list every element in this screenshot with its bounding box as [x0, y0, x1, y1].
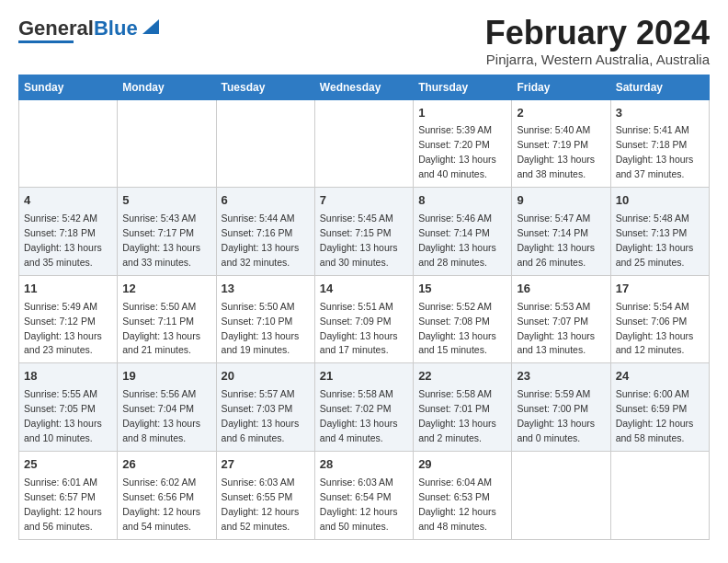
week-row-2: 4Sunrise: 5:42 AM Sunset: 7:18 PM Daylig… — [19, 188, 710, 276]
calendar-cell: 6Sunrise: 5:44 AM Sunset: 7:16 PM Daylig… — [216, 188, 314, 276]
calendar-cell: 14Sunrise: 5:51 AM Sunset: 7:09 PM Dayli… — [314, 275, 413, 363]
day-number: 10 — [616, 192, 704, 210]
day-number: 13 — [222, 281, 310, 298]
calendar-cell: 7Sunrise: 5:45 AM Sunset: 7:15 PM Daylig… — [314, 188, 413, 276]
day-info: Sunrise: 5:54 AM Sunset: 7:06 PM Dayligh… — [616, 301, 694, 356]
day-number: 18 — [24, 368, 112, 385]
calendar-cell: 17Sunrise: 5:54 AM Sunset: 7:06 PM Dayli… — [610, 275, 709, 363]
day-info: Sunrise: 5:42 AM Sunset: 7:18 PM Dayligh… — [24, 213, 102, 268]
day-number: 21 — [320, 368, 408, 385]
weekday-header-tuesday: Tuesday — [216, 75, 314, 99]
day-number: 1 — [418, 105, 506, 122]
day-number: 11 — [24, 281, 112, 298]
weekday-header-thursday: Thursday — [414, 75, 512, 99]
day-info: Sunrise: 5:40 AM Sunset: 7:19 PM Dayligh… — [517, 124, 595, 179]
week-row-3: 11Sunrise: 5:49 AM Sunset: 7:12 PM Dayli… — [19, 275, 710, 363]
day-number: 22 — [418, 368, 506, 385]
calendar-cell: 25Sunrise: 6:01 AM Sunset: 6:57 PM Dayli… — [19, 451, 118, 539]
calendar-cell: 28Sunrise: 6:03 AM Sunset: 6:54 PM Dayli… — [314, 451, 413, 539]
weekday-header-saturday: Saturday — [610, 75, 709, 99]
calendar-cell — [19, 99, 118, 188]
calendar-cell: 15Sunrise: 5:52 AM Sunset: 7:08 PM Dayli… — [414, 275, 512, 363]
calendar-cell: 4Sunrise: 5:42 AM Sunset: 7:18 PM Daylig… — [19, 188, 118, 276]
calendar-cell — [512, 451, 610, 539]
calendar-cell: 21Sunrise: 5:58 AM Sunset: 7:02 PM Dayli… — [314, 363, 413, 452]
calendar-cell: 9Sunrise: 5:47 AM Sunset: 7:14 PM Daylig… — [512, 188, 610, 276]
day-info: Sunrise: 6:03 AM Sunset: 6:54 PM Dayligh… — [320, 477, 398, 532]
day-number: 2 — [517, 105, 605, 122]
calendar-cell: 22Sunrise: 5:58 AM Sunset: 7:01 PM Dayli… — [414, 363, 512, 452]
calendar-cell: 8Sunrise: 5:46 AM Sunset: 7:14 PM Daylig… — [414, 188, 512, 276]
day-info: Sunrise: 6:04 AM Sunset: 6:53 PM Dayligh… — [418, 477, 496, 532]
day-number: 20 — [222, 368, 310, 385]
day-number: 8 — [418, 192, 506, 210]
calendar-title: February 2024 — [485, 15, 710, 52]
weekday-header-row: SundayMondayTuesdayWednesdayThursdayFrid… — [19, 75, 710, 99]
day-info: Sunrise: 6:01 AM Sunset: 6:57 PM Dayligh… — [24, 477, 102, 532]
calendar-cell: 29Sunrise: 6:04 AM Sunset: 6:53 PM Dayli… — [414, 451, 512, 539]
calendar-cell: 18Sunrise: 5:55 AM Sunset: 7:05 PM Dayli… — [19, 363, 118, 452]
day-info: Sunrise: 5:58 AM Sunset: 7:01 PM Dayligh… — [418, 388, 496, 443]
day-number: 23 — [517, 368, 605, 385]
svg-marker-0 — [142, 19, 159, 34]
day-number: 29 — [418, 456, 506, 474]
calendar-cell: 19Sunrise: 5:56 AM Sunset: 7:04 PM Dayli… — [118, 363, 216, 452]
day-info: Sunrise: 5:47 AM Sunset: 7:14 PM Dayligh… — [517, 213, 595, 268]
day-info: Sunrise: 5:45 AM Sunset: 7:15 PM Dayligh… — [320, 213, 398, 268]
logo: GeneralBlue — [18, 18, 161, 43]
weekday-header-wednesday: Wednesday — [314, 75, 413, 99]
calendar-cell — [314, 99, 413, 188]
day-number: 6 — [222, 192, 310, 210]
day-info: Sunrise: 5:48 AM Sunset: 7:13 PM Dayligh… — [616, 213, 694, 268]
day-number: 14 — [320, 281, 408, 298]
page-header: GeneralBlue February 2024 Pinjarra, West… — [18, 15, 710, 67]
logo-underline — [18, 40, 74, 43]
day-info: Sunrise: 5:59 AM Sunset: 7:00 PM Dayligh… — [517, 388, 595, 443]
day-number: 19 — [122, 368, 210, 385]
day-info: Sunrise: 5:41 AM Sunset: 7:18 PM Dayligh… — [616, 124, 694, 179]
calendar-cell: 3Sunrise: 5:41 AM Sunset: 7:18 PM Daylig… — [610, 99, 709, 188]
calendar-cell: 24Sunrise: 6:00 AM Sunset: 6:59 PM Dayli… — [610, 363, 709, 452]
day-info: Sunrise: 5:56 AM Sunset: 7:04 PM Dayligh… — [122, 388, 200, 443]
day-info: Sunrise: 5:44 AM Sunset: 7:16 PM Dayligh… — [222, 213, 300, 268]
calendar-cell: 10Sunrise: 5:48 AM Sunset: 7:13 PM Dayli… — [610, 188, 709, 276]
day-number: 28 — [320, 456, 408, 474]
calendar-cell: 27Sunrise: 6:03 AM Sunset: 6:55 PM Dayli… — [216, 451, 314, 539]
day-info: Sunrise: 5:43 AM Sunset: 7:17 PM Dayligh… — [122, 213, 200, 268]
day-info: Sunrise: 5:50 AM Sunset: 7:10 PM Dayligh… — [222, 301, 300, 356]
day-info: Sunrise: 5:55 AM Sunset: 7:05 PM Dayligh… — [24, 388, 102, 443]
day-info: Sunrise: 5:57 AM Sunset: 7:03 PM Dayligh… — [222, 388, 300, 443]
calendar-subtitle: Pinjarra, Western Australia, Australia — [485, 52, 710, 67]
day-number: 5 — [122, 192, 210, 210]
calendar-cell: 16Sunrise: 5:53 AM Sunset: 7:07 PM Dayli… — [512, 275, 610, 363]
weekday-header-monday: Monday — [118, 75, 216, 99]
title-block: February 2024 Pinjarra, Western Australi… — [485, 15, 710, 67]
calendar-cell: 20Sunrise: 5:57 AM Sunset: 7:03 PM Dayli… — [216, 363, 314, 452]
calendar-cell: 11Sunrise: 5:49 AM Sunset: 7:12 PM Dayli… — [19, 275, 118, 363]
day-info: Sunrise: 6:00 AM Sunset: 6:59 PM Dayligh… — [616, 388, 694, 443]
day-number: 12 — [122, 281, 210, 298]
calendar-cell — [118, 99, 216, 188]
day-info: Sunrise: 5:50 AM Sunset: 7:11 PM Dayligh… — [122, 301, 200, 356]
week-row-4: 18Sunrise: 5:55 AM Sunset: 7:05 PM Dayli… — [19, 363, 710, 452]
day-info: Sunrise: 5:46 AM Sunset: 7:14 PM Dayligh… — [418, 213, 496, 268]
calendar-cell: 2Sunrise: 5:40 AM Sunset: 7:19 PM Daylig… — [512, 99, 610, 188]
logo-blue: Blue — [94, 17, 138, 40]
day-number: 4 — [24, 192, 112, 210]
day-number: 7 — [320, 192, 408, 210]
day-info: Sunrise: 6:03 AM Sunset: 6:55 PM Dayligh… — [222, 477, 300, 532]
day-number: 16 — [517, 281, 605, 298]
week-row-1: 1Sunrise: 5:39 AM Sunset: 7:20 PM Daylig… — [19, 99, 710, 188]
calendar-cell: 13Sunrise: 5:50 AM Sunset: 7:10 PM Dayli… — [216, 275, 314, 363]
calendar-cell: 12Sunrise: 5:50 AM Sunset: 7:11 PM Dayli… — [118, 275, 216, 363]
calendar-cell: 5Sunrise: 5:43 AM Sunset: 7:17 PM Daylig… — [118, 188, 216, 276]
day-number: 17 — [616, 281, 704, 298]
logo-general: General — [18, 17, 94, 40]
weekday-header-sunday: Sunday — [19, 75, 118, 99]
calendar-cell: 1Sunrise: 5:39 AM Sunset: 7:20 PM Daylig… — [414, 99, 512, 188]
day-number: 25 — [24, 456, 112, 474]
day-info: Sunrise: 5:52 AM Sunset: 7:08 PM Dayligh… — [418, 301, 496, 356]
day-info: Sunrise: 5:49 AM Sunset: 7:12 PM Dayligh… — [24, 301, 102, 356]
day-info: Sunrise: 6:02 AM Sunset: 6:56 PM Dayligh… — [122, 477, 200, 532]
logo-triangle-icon — [141, 17, 161, 36]
